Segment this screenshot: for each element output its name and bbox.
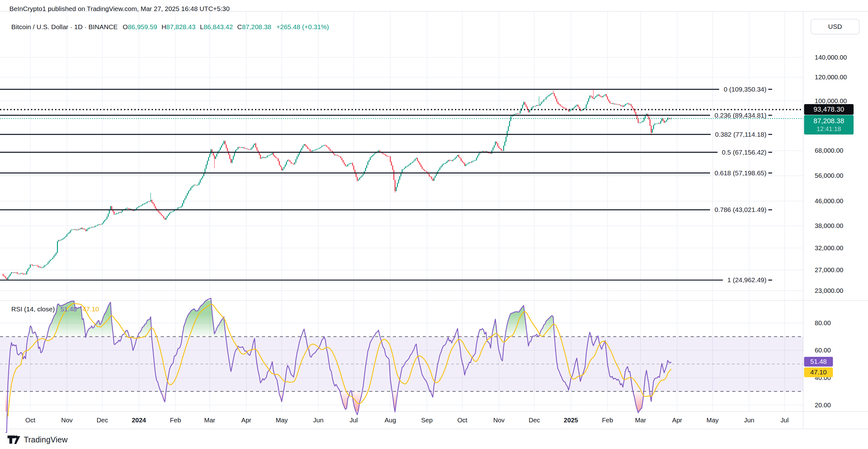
bar-countdown: 12:41:18 <box>816 125 841 133</box>
currency-toggle-button[interactable]: USD <box>811 19 860 34</box>
rsi-ma-value-badge: 47.10 <box>804 367 833 377</box>
rsi-ma-value: 47.10 <box>83 305 99 313</box>
tradingview-logo[interactable]: TradingView <box>7 435 68 444</box>
tradingview-logo-icon <box>7 436 21 444</box>
previous-value-price-badge: 93,478.30 <box>804 104 854 115</box>
rsi-legend: RSI (14, close) 51.48 47.10 <box>11 305 99 313</box>
rsi-title: RSI (14, close) <box>11 305 55 313</box>
change-value: +265.48 (+0.31%) <box>276 23 329 31</box>
current-price-badge: 87,208.38 12:41:18 <box>804 115 854 134</box>
previous-value-price: 93,478.30 <box>813 105 844 114</box>
current-price: 87,208.38 <box>813 117 844 125</box>
ohlc-h: H87,828.43 <box>161 23 195 31</box>
rsi-value: 51.48 <box>60 305 77 313</box>
rsi-indicator <box>0 298 803 432</box>
fibonacci-retracement[interactable] <box>0 89 772 280</box>
attribution-text: BeInCrypto1 published on TradingView.com… <box>9 5 230 12</box>
symbol-title: Bitcoin / U.S. Dollar · 1D · BINANCE <box>11 23 118 31</box>
ohlc-l: L86,843.42 <box>200 23 233 31</box>
chart-canvas[interactable] <box>0 0 868 449</box>
ohlc-o: O86,959.59 <box>123 23 157 31</box>
ohlc-c: C87,208.38 <box>237 23 271 31</box>
ohlc-values: O86,959.59H87,828.43L86,843.42C87,208.38 <box>123 23 271 31</box>
candlestick-series <box>3 89 672 280</box>
rsi-value-badge: 51.48 <box>804 357 833 366</box>
tradingview-logo-text: TradingView <box>24 435 68 444</box>
symbol-legend: Bitcoin / U.S. Dollar · 1D · BINANCE O86… <box>11 23 329 31</box>
